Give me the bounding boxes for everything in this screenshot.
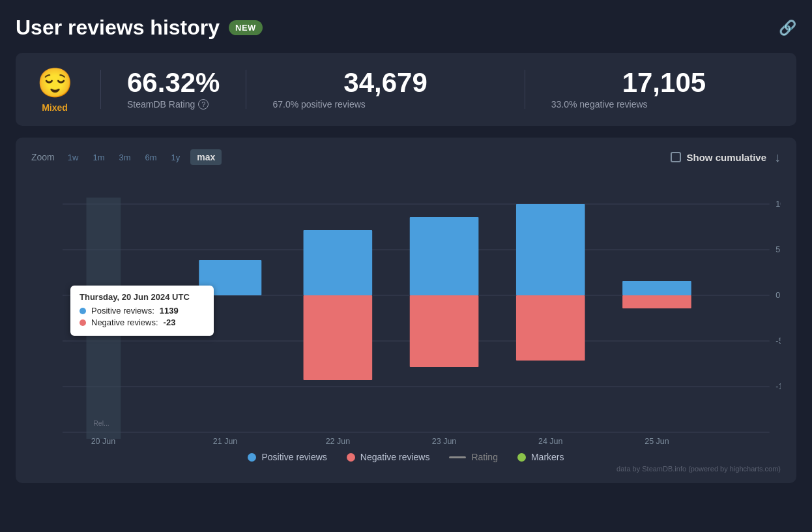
zoom-1y[interactable]: 1y bbox=[167, 150, 184, 165]
svg-text:22 Jun: 22 Jun bbox=[326, 436, 350, 445]
svg-text:0: 0 bbox=[776, 290, 780, 300]
page-title: User reviews history bbox=[16, 16, 220, 40]
svg-rect-14 bbox=[304, 230, 373, 295]
chart-controls: Zoom 1w 1m 3m 6m 1y max Show cumulative … bbox=[31, 149, 781, 165]
external-link-icon[interactable]: 🔗 bbox=[779, 20, 796, 37]
show-cumulative-toggle[interactable]: Show cumulative bbox=[671, 152, 766, 163]
svg-text:10k: 10k bbox=[776, 199, 781, 209]
download-icon[interactable]: ↓ bbox=[774, 150, 781, 165]
chart-container: Zoom 1w 1m 3m 6m 1y max Show cumulative … bbox=[16, 138, 796, 483]
divider-1 bbox=[100, 70, 101, 109]
svg-rect-19 bbox=[516, 295, 585, 361]
negative-count: 17,105 bbox=[551, 69, 777, 96]
legend-rating: Rating bbox=[449, 452, 497, 462]
svg-rect-15 bbox=[304, 295, 373, 380]
positive-label: 67.0% positive reviews bbox=[272, 99, 498, 110]
sentiment-label: Mixed bbox=[42, 102, 68, 113]
legend-positive-label: Positive reviews bbox=[261, 452, 326, 462]
positive-count: 34,679 bbox=[272, 69, 498, 96]
rating-help-icon[interactable]: ? bbox=[198, 99, 209, 110]
svg-rect-21 bbox=[622, 295, 691, 308]
negative-block: 17,105 33.0% negative reviews bbox=[551, 69, 777, 110]
legend-positive-dot bbox=[248, 453, 256, 462]
page-header: User reviews history NEW 🔗 bbox=[16, 16, 796, 40]
svg-text:21 Jun: 21 Jun bbox=[213, 436, 237, 445]
zoom-3m[interactable]: 3m bbox=[115, 150, 134, 165]
chart-legend: Positive reviews Negative reviews Rating… bbox=[31, 452, 781, 462]
rating-value: 66.32% bbox=[127, 69, 220, 96]
zoom-max[interactable]: max bbox=[190, 149, 222, 165]
data-credit: data by SteamDB.info (powered by highcha… bbox=[31, 465, 781, 473]
rating-block: 66.32% SteamDB Rating ? bbox=[127, 69, 220, 110]
divider-2 bbox=[246, 70, 246, 109]
svg-rect-18 bbox=[516, 204, 585, 295]
svg-rect-17 bbox=[410, 295, 479, 367]
svg-text:25 Jun: 25 Jun bbox=[645, 436, 669, 445]
svg-text:23 Jun: 23 Jun bbox=[432, 436, 456, 445]
svg-rect-20 bbox=[622, 281, 691, 295]
positive-block: 34,679 67.0% positive reviews bbox=[272, 69, 498, 110]
svg-rect-11 bbox=[86, 198, 121, 439]
zoom-controls: Zoom 1w 1m 3m 6m 1y max bbox=[31, 149, 222, 165]
legend-positive: Positive reviews bbox=[248, 452, 326, 462]
zoom-6m[interactable]: 6m bbox=[141, 150, 161, 165]
title-row: User reviews history NEW bbox=[16, 16, 263, 40]
svg-text:20 Jun: 20 Jun bbox=[91, 436, 115, 445]
legend-negative-dot bbox=[347, 453, 355, 462]
show-cumulative-label: Show cumulative bbox=[686, 152, 766, 163]
legend-negative-label: Negative reviews bbox=[360, 452, 430, 462]
legend-rating-label: Rating bbox=[471, 452, 497, 462]
svg-text:-5k: -5k bbox=[776, 336, 781, 346]
svg-text:24 Jun: 24 Jun bbox=[538, 436, 562, 445]
svg-text:5k: 5k bbox=[776, 244, 781, 254]
svg-rect-16 bbox=[410, 217, 479, 295]
divider-3 bbox=[525, 70, 525, 109]
negative-label: 33.0% negative reviews bbox=[551, 99, 777, 110]
chart-right-controls: Show cumulative ↓ bbox=[671, 150, 781, 165]
svg-rect-12 bbox=[91, 288, 117, 295]
new-badge: NEW bbox=[229, 20, 263, 35]
legend-markers: Markers bbox=[517, 452, 564, 462]
chart-area[interactable]: 10k 5k 0 -5k -10k Rel... bbox=[31, 171, 781, 445]
zoom-label: Zoom bbox=[31, 152, 55, 162]
legend-negative: Negative reviews bbox=[347, 452, 430, 462]
rating-label: SteamDB Rating ? bbox=[127, 99, 220, 110]
svg-rect-13 bbox=[199, 260, 261, 295]
chart-svg: 10k 5k 0 -5k -10k Rel... bbox=[31, 171, 781, 445]
legend-markers-dot bbox=[517, 453, 526, 462]
legend-markers-label: Markers bbox=[531, 452, 564, 462]
sentiment-emoji: 😌 bbox=[37, 66, 73, 100]
legend-rating-line bbox=[449, 456, 466, 458]
cumulative-checkbox[interactable] bbox=[671, 152, 681, 162]
stats-card: 😌 Mixed 66.32% SteamDB Rating ? 34,679 6… bbox=[16, 53, 796, 126]
sentiment-section: 😌 Mixed bbox=[35, 66, 74, 113]
svg-text:Rel...: Rel... bbox=[93, 419, 109, 427]
svg-text:-10k: -10k bbox=[776, 381, 781, 391]
zoom-1m[interactable]: 1m bbox=[89, 150, 108, 165]
zoom-1w[interactable]: 1w bbox=[64, 150, 83, 165]
